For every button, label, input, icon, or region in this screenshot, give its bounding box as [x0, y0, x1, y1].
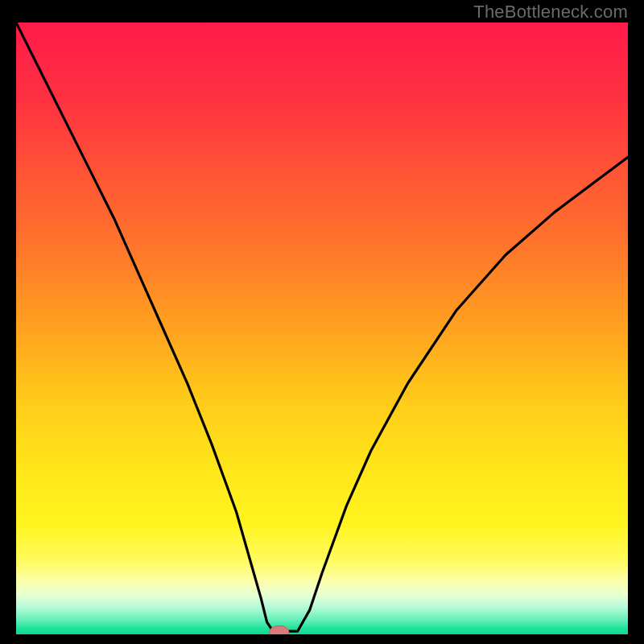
chart-svg	[16, 23, 628, 634]
attribution-text: TheBottleneck.com	[473, 2, 628, 23]
gradient-bg	[16, 23, 628, 634]
plot-area	[16, 23, 628, 634]
optimum-marker	[270, 625, 289, 634]
